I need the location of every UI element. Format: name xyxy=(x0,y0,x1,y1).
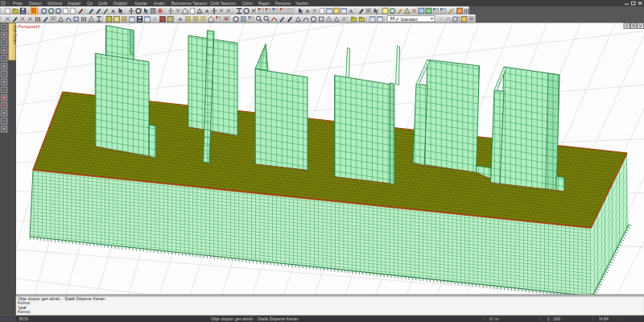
svg-text:A: A xyxy=(179,16,183,22)
svg-text:V: V xyxy=(625,23,629,28)
svg-text:A: A xyxy=(205,8,209,14)
svg-text:Değiştir: Değiştir xyxy=(114,1,128,6)
svg-text:Perspektif: Perspektif xyxy=(19,24,40,29)
svg-text:A: A xyxy=(306,8,310,14)
svg-text:N: N xyxy=(632,23,635,28)
svg-text:A: A xyxy=(111,8,115,14)
svg-text:88: 88 xyxy=(390,16,395,21)
svg-text:Çizim: Çizim xyxy=(242,1,253,6)
svg-text:Analiz: Analiz xyxy=(154,1,165,6)
svg-text:V: V xyxy=(639,23,642,28)
svg-text:Kat Ayarı: Kat Ayarı xyxy=(13,26,18,45)
svg-text:% 84: % 84 xyxy=(599,316,609,321)
svg-text:Çiz: Çiz xyxy=(87,1,93,6)
svg-text:Pencere: Pencere xyxy=(275,1,291,6)
svg-text:Görüntü: Görüntü xyxy=(47,1,63,6)
svg-text:Çelik Tasarımı: Çelik Tasarımı xyxy=(210,1,236,6)
svg-text:Betonarme Tasarım: Betonarme Tasarım xyxy=(171,1,207,6)
svg-text:1 : 100: 1 : 100 xyxy=(547,316,560,321)
svg-text:Obje oluştur geri alındı. - St: Obje oluştur geri alındı. - Statik Döşem… xyxy=(211,316,299,321)
svg-text:Çelik: Çelik xyxy=(98,1,108,6)
svg-text:Proje: Proje xyxy=(13,1,23,6)
svg-text:Standart: Standart xyxy=(401,17,419,22)
svg-text:Ayarlar: Ayarlar xyxy=(134,1,147,6)
svg-text:Araçlar: Araçlar xyxy=(68,1,80,6)
svg-text:Yardım: Yardım xyxy=(295,1,308,6)
svg-text:BOS: BOS xyxy=(19,316,28,321)
svg-text:A: A xyxy=(349,8,353,14)
svg-text:Dizayn: Dizayn xyxy=(29,1,42,6)
svg-text:tf / m: tf / m xyxy=(489,316,499,321)
svg-text:Rapor: Rapor xyxy=(258,1,270,6)
svg-text:Komut :: Komut : xyxy=(18,309,32,314)
